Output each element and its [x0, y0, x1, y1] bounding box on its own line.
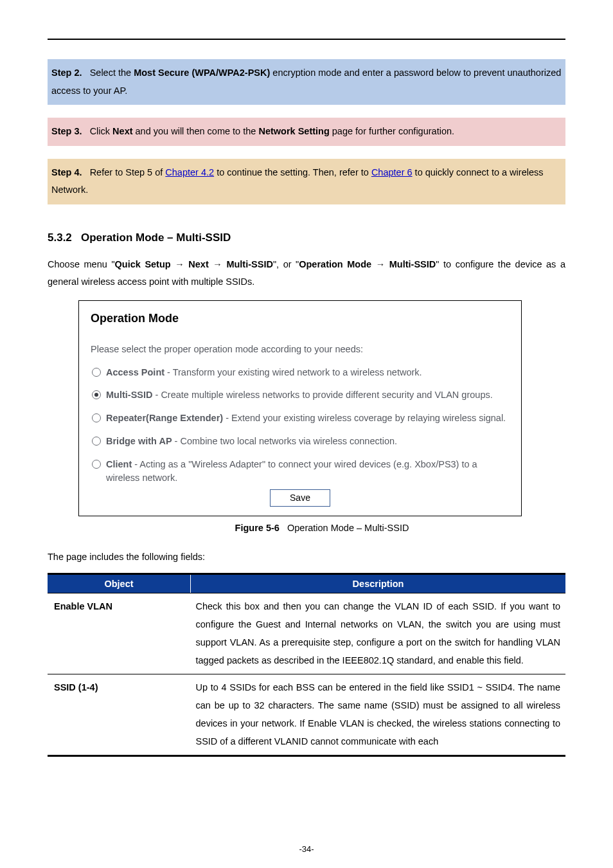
- save-button[interactable]: Save: [270, 489, 330, 507]
- cell-description: Up to 4 SSIDs for each BSS can be entere…: [191, 674, 566, 755]
- table-row: SSID (1-4) Up to 4 SSIDs for each BSS ca…: [48, 674, 565, 755]
- operation-mode-lead: Please select the proper operation mode …: [91, 343, 510, 357]
- radio-multi-ssid[interactable]: Multi-SSID - Create multiple wireless ne…: [92, 388, 510, 402]
- step-2-label: Step 2.: [51, 68, 82, 78]
- radio-desc: - Extend your existing wireless coverage…: [223, 413, 506, 423]
- step-3-post: page for further configuration.: [330, 126, 454, 136]
- section-heading: 5.3.2 Operation Mode – Multi-SSID: [48, 231, 565, 244]
- step-3-bold1: Next: [112, 126, 132, 136]
- page-number: -34-: [0, 844, 613, 854]
- cell-object: Enable VLAN: [48, 593, 191, 674]
- intro-opmode: Operation Mode: [299, 259, 371, 269]
- step-2-box: Step 2. Select the Most Secure (WPA/WPA2…: [48, 59, 565, 105]
- radio-label: Multi-SSID: [106, 390, 153, 400]
- radio-icon[interactable]: [92, 368, 101, 377]
- radio-label: Access Point: [106, 367, 164, 377]
- figure-caption-label: Figure 5-6: [235, 523, 280, 533]
- step-3-box: Step 3. Click Next and you will then com…: [48, 118, 565, 146]
- intro-mid: ", or ": [273, 259, 299, 269]
- step-3-mid: and you will then come to the: [133, 126, 259, 136]
- step-4-label: Step 4.: [51, 167, 82, 177]
- radio-desc: - Create multiple wireless networks to p…: [153, 390, 493, 400]
- radio-desc: - Transform your existing wired network …: [164, 367, 422, 377]
- cell-description: Check this box and then you can change t…: [191, 593, 566, 674]
- step-3-bold2: Network Setting: [258, 126, 329, 136]
- radio-client[interactable]: Client - Acting as a "Wireless Adapter" …: [92, 458, 510, 486]
- col-header-description: Description: [191, 574, 566, 593]
- step-3-label: Step 3.: [51, 126, 82, 136]
- intro-multi2: Multi-SSID: [389, 259, 436, 269]
- radio-icon[interactable]: [92, 413, 101, 422]
- step-3-pre: Click: [90, 126, 112, 136]
- step-2-bold: Most Secure (WPA/WPA2-PSK): [134, 68, 270, 78]
- radio-icon[interactable]: [92, 437, 101, 446]
- operation-mode-title: Operation Mode: [91, 310, 510, 327]
- intro-arrow3: →: [371, 259, 389, 269]
- step-4-box: Step 4. Refer to Step 5 of Chapter 4.2 t…: [48, 159, 565, 204]
- step-2-pre: Select the: [90, 68, 134, 78]
- radio-label: Client: [106, 459, 132, 469]
- table-row: Enable VLAN Check this box and then you …: [48, 593, 565, 674]
- operation-mode-panel: Operation Mode Please select the proper …: [78, 300, 522, 516]
- radio-label: Repeater(Range Extender): [106, 413, 223, 423]
- chapter-4-2-link[interactable]: Chapter 4.2: [165, 167, 214, 177]
- intro-quick-setup: Quick Setup: [115, 259, 171, 269]
- radio-access-point[interactable]: Access Point - Transform your existing w…: [92, 366, 510, 380]
- fields-table: Object Description Enable VLAN Check thi…: [48, 573, 565, 757]
- intro-multi1: Multi-SSID: [226, 259, 273, 269]
- radio-bridge[interactable]: Bridge with AP - Combine two local netwo…: [92, 435, 510, 449]
- intro-paragraph: Choose menu "Quick Setup → Next → Multi-…: [48, 256, 565, 291]
- radio-icon[interactable]: [92, 390, 101, 399]
- col-header-object: Object: [48, 574, 191, 593]
- chapter-6-link[interactable]: Chapter 6: [371, 167, 413, 177]
- radio-repeater[interactable]: Repeater(Range Extender) - Extend your e…: [92, 411, 510, 426]
- figure-caption: Figure 5-6 Operation Mode – Multi-SSID: [78, 523, 565, 533]
- radio-label: Bridge with AP: [106, 436, 172, 446]
- intro-arrow1: →: [171, 259, 189, 269]
- step-4-mid: to continue the setting. Then, refer to: [214, 167, 371, 177]
- intro-pre: Choose menu ": [48, 259, 115, 269]
- fields-caption: The page includes the following fields:: [48, 548, 565, 566]
- intro-arrow2: →: [209, 259, 227, 269]
- radio-icon[interactable]: [92, 460, 101, 469]
- radio-desc: - Combine two local networks via wireles…: [172, 436, 398, 446]
- figure-caption-text: Operation Mode – Multi-SSID: [287, 523, 409, 533]
- intro-next: Next: [188, 259, 208, 269]
- radio-desc: - Acting as a "Wireless Adapter" to conn…: [106, 459, 477, 484]
- section-title: Operation Mode – Multi-SSID: [81, 231, 231, 244]
- step-4-pre: Refer to Step 5 of: [90, 167, 166, 177]
- section-number: 5.3.2: [48, 231, 72, 244]
- cell-object: SSID (1-4): [48, 674, 191, 755]
